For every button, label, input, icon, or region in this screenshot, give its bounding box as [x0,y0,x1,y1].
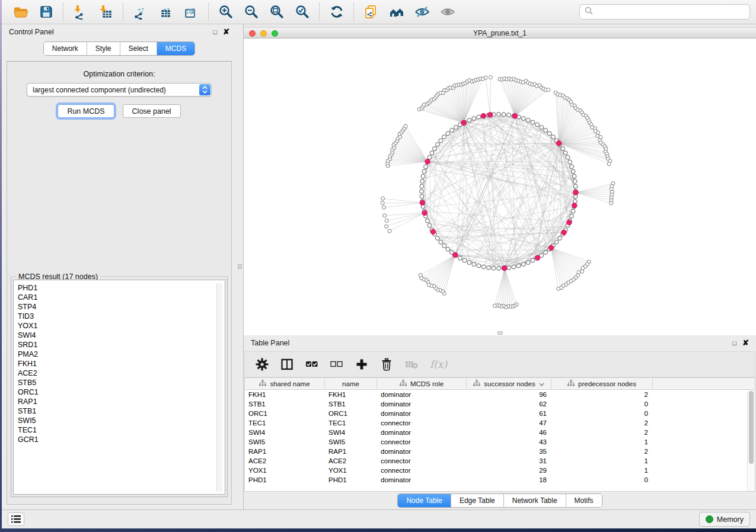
duplicate-network-button[interactable] [358,2,384,22]
table-cell: 0 [551,409,653,418]
export-image-button[interactable] [178,2,204,22]
mcds-result-item[interactable]: STB5 [18,378,225,387]
run-mcds-button[interactable]: Run MCDS [58,104,114,118]
column-header-MCDS-role[interactable]: MCDS role [377,378,467,389]
table-cell: TEC1 [325,418,377,428]
tab-motifs[interactable]: Motifs [566,494,602,507]
close-panel-button[interactable]: Close panel [123,104,181,118]
table-row[interactable]: PHD1PHD1dominator180 [245,475,755,485]
table-row[interactable]: FKH1FKH1dominator962 [245,390,755,399]
float-panel-icon[interactable]: □ [213,28,217,36]
mcds-result-item[interactable]: RAP1 [18,397,225,406]
show-columns-button[interactable] [280,358,294,371]
network-window-titlebar[interactable]: YPA_prune.txt_1 [244,27,756,39]
column-header-shared-name[interactable]: shared name [245,378,325,389]
mcds-result-item[interactable]: SWI4 [18,331,225,340]
table-row[interactable]: STB1STB1dominator620 [245,399,755,409]
close-window-icon[interactable] [249,30,256,37]
tab-network-table[interactable]: Network Table [503,494,566,507]
delete-column-button[interactable] [380,358,393,371]
select-all-rows-button[interactable] [305,358,318,371]
sort-chevron-icon [539,380,544,387]
table-row[interactable]: SWI5SWI5connector431 [245,437,755,447]
table-cell: SWI4 [245,428,325,437]
scrollbar-thumb[interactable] [749,391,754,464]
save-session-button[interactable] [33,2,59,22]
vertical-splitter[interactable] [237,24,244,509]
status-bar: Memory [2,509,756,528]
maximize-window-icon[interactable] [272,30,278,37]
apply-layout-button[interactable] [324,2,349,22]
table-cell: YOX1 [245,466,325,475]
hide-selected-button[interactable] [409,2,435,22]
table-row[interactable]: ACE2ACE2connector311 [245,456,755,466]
horizontal-splitter[interactable] [244,331,756,335]
search-icon [585,7,593,17]
first-neighbors-button[interactable] [384,2,409,22]
network-window-title: YPA_prune.txt_1 [473,29,527,37]
mcds-result-item[interactable]: ACE2 [18,368,225,378]
mcds-result-item[interactable]: YOX1 [18,321,225,331]
mcds-result-item[interactable]: PMA2 [18,350,225,359]
column-header-predecessor-nodes[interactable]: predecessor nodes [551,378,653,389]
zoom-fit-icon [269,4,285,20]
mcds-result-item[interactable]: PHD1 [18,283,225,293]
zoom-fit-button[interactable] [264,2,289,22]
table-panel-title: Table Panel [251,339,289,347]
float-panel-icon[interactable]: □ [732,339,736,347]
mcds-result-item[interactable]: SRD1 [18,340,225,350]
open-session-button[interactable] [8,2,33,22]
import-network-icon [73,4,88,20]
network-view-canvas[interactable] [244,39,756,331]
table-row[interactable]: ORC1ORC1dominator610 [245,409,755,418]
tab-style[interactable]: Style [87,42,120,55]
mcds-result-item[interactable]: STP4 [18,302,225,312]
table-cell: dominator [377,475,467,485]
import-table-button[interactable] [93,2,119,22]
show-panels-button[interactable] [8,512,24,526]
table-row[interactable]: YOX1YOX1connector291 [245,466,755,475]
zoom-selected-button[interactable] [289,2,315,22]
tab-network[interactable]: Network [44,42,87,55]
table-options-button[interactable] [256,358,269,371]
search-input[interactable] [596,8,745,16]
result-list-scrollbar[interactable] [216,283,222,492]
mcds-result-item[interactable]: CAR1 [18,293,225,302]
memory-button[interactable]: Memory [699,512,750,527]
add-column-button[interactable] [355,358,368,371]
splitter-grip-icon[interactable] [497,331,503,335]
tab-mcds[interactable]: MCDS [157,42,194,55]
table-row[interactable]: RAP1RAP1dominator352 [245,447,755,456]
minimize-window-icon[interactable] [260,30,267,37]
mcds-result-item[interactable]: ORC1 [18,387,225,397]
export-network-button[interactable] [127,2,153,22]
table-cell: PHD1 [245,475,325,485]
table-scrollbar[interactable] [747,390,755,491]
table-cell: FKH1 [245,390,325,399]
deselect-all-rows-button[interactable] [330,358,343,371]
mcds-result-item[interactable]: FKH1 [18,359,225,368]
splitter-grip-icon[interactable] [238,264,242,269]
column-header-name[interactable]: name [325,378,377,389]
tab-select[interactable]: Select [120,42,157,55]
mcds-result-item[interactable]: STB1 [18,406,225,416]
mcds-result-item[interactable]: TEC1 [18,425,225,435]
column-header-successor-nodes[interactable]: successor nodes [467,378,551,389]
mcds-panel: Optimization criterion: largest connecte… [7,61,232,505]
show-all-button[interactable] [435,2,460,22]
mcds-result-item[interactable]: SWI5 [18,416,225,425]
table-row[interactable]: SWI4SWI4dominator462 [245,428,755,437]
criterion-select[interactable]: largest connected component (undirected) [27,83,212,97]
table-cell: TEC1 [245,418,325,428]
tab-edge-table[interactable]: Edge Table [451,494,503,507]
mcds-result-item[interactable]: TID3 [18,312,225,321]
import-network-button[interactable] [68,2,93,22]
tab-node-table[interactable]: Node Table [398,494,451,507]
zoom-out-button[interactable] [238,2,264,22]
close-panel-icon[interactable]: ✘ [223,29,229,35]
export-table-button[interactable] [153,2,178,22]
zoom-in-button[interactable] [213,2,238,22]
table-row[interactable]: TEC1TEC1connector472 [245,418,755,428]
mcds-result-item[interactable]: GCR1 [18,435,225,444]
close-panel-icon[interactable]: ✘ [742,340,749,346]
